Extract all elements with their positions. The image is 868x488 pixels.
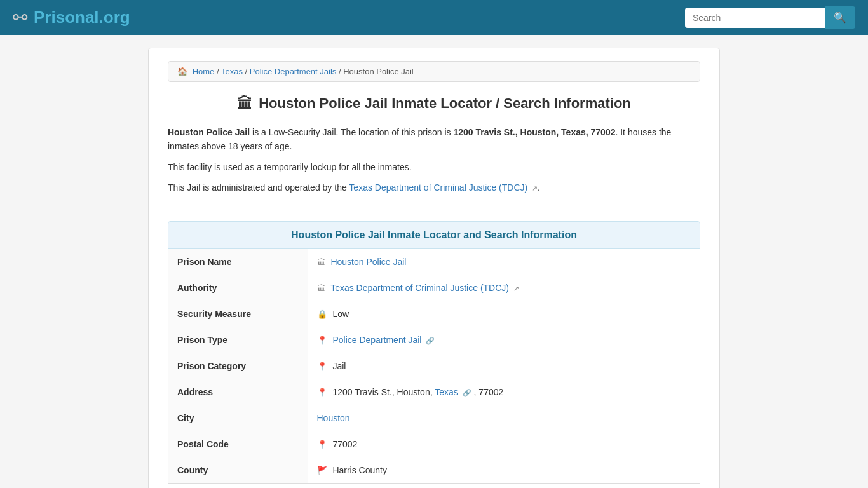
table-row: Prison Type 📍 Police Department Jail 🔗 (168, 327, 700, 353)
table-row: City Houston (168, 405, 700, 431)
logo-main: Prisonal (34, 8, 99, 27)
prison-name-link[interactable]: Houston Police Jail (330, 257, 406, 267)
label-prison-category: Prison Category (168, 353, 308, 379)
search-input[interactable] (685, 8, 825, 28)
jail-name-bold: Houston Police Jail (168, 127, 250, 137)
label-city: City (168, 405, 308, 431)
prison-title-icon: 🏛 (237, 95, 252, 112)
authority-link[interactable]: Texas Department of Criminal Justice (TD… (330, 283, 509, 293)
label-security: Security Measure (168, 301, 308, 327)
table-row: Security Measure 🔒 Low (168, 301, 700, 327)
logo-ext: org (104, 8, 130, 27)
address-bold: 1200 Travis St., Houston, Texas, 77002 (453, 127, 615, 137)
description: Houston Police Jail is a Low-Security Ja… (168, 125, 700, 195)
value-prison-name: 🏛 Houston Police Jail (308, 249, 700, 275)
search-icon: 🔍 (834, 12, 846, 23)
label-authority: Authority (168, 274, 308, 301)
prison-type-link-icon: 🔗 (426, 337, 435, 344)
value-security: 🔒 Low (308, 301, 700, 327)
value-prison-category: 📍 Jail (308, 353, 700, 379)
tdcj-link[interactable]: Texas Department of Criminal Justice (TD… (349, 182, 527, 193)
authority-ext-icon: ↗ (513, 285, 519, 292)
table-row: Address 📍 1200 Travis St., Houston, Texa… (168, 379, 700, 405)
authority-icon: 🏛 (317, 283, 325, 293)
address-texas-link[interactable]: Texas (435, 387, 458, 397)
address-link-icon: 🔗 (463, 389, 471, 396)
value-prison-type: 📍 Police Department Jail 🔗 (308, 327, 700, 353)
prison-name-icon: 🏛 (317, 257, 325, 267)
table-row: County 🚩 Harris County (168, 457, 700, 483)
info-table: Prison Name 🏛 Houston Police Jail Author… (168, 249, 700, 484)
county-icon: 🚩 (317, 466, 327, 475)
table-section-header: Houston Police Jail Inmate Locator and S… (168, 221, 700, 249)
value-authority: 🏛 Texas Department of Criminal Justice (… (308, 274, 700, 301)
ext-link-icon: ↗ (532, 184, 538, 192)
label-address: Address (168, 379, 308, 405)
label-county: County (168, 457, 308, 483)
value-county: 🚩 Harris County (308, 457, 700, 483)
search-button[interactable]: 🔍 (825, 6, 855, 29)
value-city: Houston (308, 405, 700, 431)
main-content: 🏠 Home / Texas / Police Department Jails… (148, 48, 720, 488)
postal-icon: 📍 (317, 440, 327, 449)
table-row: Prison Category 📍 Jail (168, 353, 700, 379)
table-row: Prison Name 🏛 Houston Police Jail (168, 249, 700, 275)
table-row: Authority 🏛 Texas Department of Criminal… (168, 274, 700, 301)
desc-paragraph-1: Houston Police Jail is a Low-Security Ja… (168, 125, 700, 154)
breadcrumb-texas[interactable]: Texas (221, 67, 243, 76)
search-area: 🔍 (685, 6, 855, 29)
desc-paragraph-3: This Jail is administrated and operated … (168, 180, 700, 194)
address-icon: 📍 (317, 388, 327, 397)
value-address: 📍 1200 Travis St., Houston, Texas 🔗 , 77… (308, 379, 700, 405)
breadcrumb-current: Houston Police Jail (343, 67, 414, 76)
city-link[interactable]: Houston (317, 413, 350, 423)
logo-icon: ⚯ (13, 7, 27, 28)
prison-category-icon: 📍 (317, 362, 327, 371)
logo-area: ⚯ Prisonal.org (13, 7, 130, 28)
logo-dot: . (99, 8, 104, 27)
site-header: ⚯ Prisonal.org 🔍 (0, 0, 868, 35)
security-icon: 🔒 (317, 309, 327, 319)
divider (168, 208, 700, 208)
label-prison-type: Prison Type (168, 327, 308, 353)
breadcrumb: 🏠 Home / Texas / Police Department Jails… (168, 61, 700, 82)
table-row: Postal Code 📍 77002 (168, 431, 700, 457)
desc-paragraph-2: This facility is used as a temporarily l… (168, 160, 700, 174)
home-icon: 🏠 (177, 67, 187, 76)
page-title: 🏛 Houston Police Jail Inmate Locator / S… (168, 95, 700, 112)
prison-type-icon: 📍 (317, 336, 327, 345)
label-prison-name: Prison Name (168, 249, 308, 275)
breadcrumb-police-dept-jails[interactable]: Police Department Jails (250, 67, 337, 76)
logo-text: Prisonal.org (34, 8, 130, 27)
breadcrumb-home[interactable]: Home (193, 67, 215, 76)
label-postal-code: Postal Code (168, 431, 308, 457)
prison-type-link[interactable]: Police Department Jail (332, 335, 421, 345)
value-postal-code: 📍 77002 (308, 431, 700, 457)
